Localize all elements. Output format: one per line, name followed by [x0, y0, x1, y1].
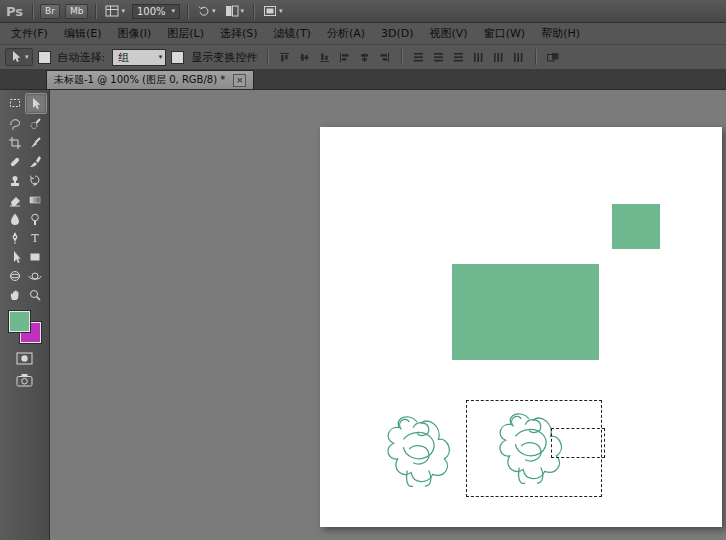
canvas-area[interactable] — [50, 90, 726, 540]
eyedropper-tool[interactable] — [25, 133, 45, 152]
large-green-rectangle[interactable] — [452, 264, 599, 360]
3d-rotate-tool[interactable] — [5, 266, 25, 285]
separator — [187, 4, 188, 19]
history-brush-tool[interactable] — [25, 171, 45, 190]
document-tab[interactable]: 未标题-1 @ 100% (图层 0, RGB/8) * × — [46, 70, 254, 89]
menu-item[interactable]: 文件(F) — [3, 23, 56, 44]
align-buttons-group — [276, 49, 393, 66]
lasso-tool[interactable] — [5, 114, 25, 133]
auto-select-target-dropdown[interactable]: 组 ▾ — [112, 49, 166, 66]
show-transform-label: 显示变换控件 — [191, 50, 257, 65]
chevron-down-icon: ▾ — [279, 8, 283, 15]
spot-healing-brush-tool[interactable] — [5, 152, 25, 171]
align-horizontal-centers-button[interactable] — [356, 49, 373, 66]
zoom-tool[interactable] — [25, 285, 45, 304]
quick-selection-tool[interactable] — [25, 114, 45, 133]
photoshop-logo: Ps — [6, 4, 25, 19]
menu-item[interactable]: 图层(L) — [159, 23, 212, 44]
view-extras-icon — [105, 5, 119, 17]
rotate-view-icon — [197, 5, 210, 17]
menu-bar: 文件(F)编辑(E)图像(I)图层(L)选择(S)滤镜(T)分析(A)3D(D)… — [0, 23, 726, 45]
dodge-tool[interactable] — [25, 209, 45, 228]
pen-tool[interactable] — [5, 228, 25, 247]
options-bar: ▾ 自动选择: 组 ▾ 显示变换控件 — [0, 45, 726, 70]
type-tool[interactable]: T — [25, 228, 45, 247]
screen-mode-button[interactable]: ▾ — [261, 4, 285, 18]
svg-text:T: T — [31, 232, 39, 245]
blur-tool[interactable] — [5, 209, 25, 228]
distribute-top-edges-button[interactable] — [410, 49, 427, 66]
align-right-edges-button[interactable] — [376, 49, 393, 66]
clone-stamp-tool[interactable] — [5, 171, 25, 190]
menu-item[interactable]: 编辑(E) — [56, 23, 110, 44]
small-green-square[interactable] — [612, 204, 660, 249]
color-swatches — [8, 310, 42, 344]
separator — [401, 49, 402, 65]
hand-tool[interactable] — [5, 285, 25, 304]
auto-select-target-value: 组 — [118, 50, 129, 65]
tool-panel: T — [0, 90, 50, 540]
distribute-buttons-group — [410, 49, 527, 66]
separator — [32, 4, 33, 19]
distribute-right-edges-button[interactable] — [510, 49, 527, 66]
crop-tool[interactable] — [5, 133, 25, 152]
auto-align-layers-button[interactable] — [544, 49, 561, 66]
distribute-bottom-edges-button[interactable] — [450, 49, 467, 66]
distribute-horizontal-centers-button[interactable] — [490, 49, 507, 66]
menu-item[interactable]: 滤镜(T) — [266, 23, 319, 44]
zoom-level-dropdown[interactable]: 100% ▾ — [132, 4, 180, 19]
application-bar: Ps Br Mb ▾ 100% ▾ ▾ ▾ ▾ — [0, 0, 726, 23]
show-transform-checkbox[interactable] — [171, 51, 184, 64]
chevron-down-icon: ▾ — [241, 8, 245, 15]
tool-preset-picker[interactable]: ▾ — [5, 48, 33, 66]
menu-item[interactable]: 3D(D) — [373, 24, 422, 43]
tab-close-icon[interactable]: × — [233, 74, 246, 87]
rotate-view-button[interactable]: ▾ — [195, 4, 218, 18]
chevron-down-icon: ▾ — [121, 8, 125, 15]
selection-marquee-small — [551, 428, 605, 458]
separator — [535, 49, 536, 65]
main-area: T — [0, 90, 726, 540]
menu-item[interactable]: 视图(V) — [422, 23, 476, 44]
launch-bridge-button[interactable]: Br — [40, 4, 60, 19]
chevron-down-icon: ▾ — [172, 8, 176, 15]
menu-item[interactable]: 帮助(H) — [533, 23, 588, 44]
photoshop-window: Ps Br Mb ▾ 100% ▾ ▾ ▾ ▾ 文件(F)编辑(E)图像(I)图… — [0, 0, 726, 540]
rectangle-shape-tool[interactable] — [25, 247, 45, 266]
separator — [95, 4, 96, 19]
path-selection-tool[interactable] — [5, 247, 25, 266]
menu-item[interactable]: 分析(A) — [319, 23, 373, 44]
distribute-vertical-centers-button[interactable] — [430, 49, 447, 66]
auto-select-label: 自动选择: — [58, 50, 106, 65]
move-tool-icon — [9, 50, 23, 64]
3d-orbit-tool[interactable] — [25, 266, 45, 285]
chevron-down-icon: ▾ — [159, 54, 163, 61]
chevron-down-icon: ▾ — [25, 54, 29, 61]
eraser-tool[interactable] — [5, 190, 25, 209]
separator — [253, 4, 254, 19]
launch-minibridge-button[interactable]: Mb — [65, 4, 88, 19]
document-canvas[interactable] — [320, 127, 722, 527]
camera-icon[interactable] — [12, 372, 38, 388]
align-vertical-centers-button[interactable] — [296, 49, 313, 66]
move-tool[interactable] — [25, 93, 47, 114]
quick-mask-icon[interactable] — [12, 350, 38, 366]
distribute-left-edges-button[interactable] — [470, 49, 487, 66]
menu-item[interactable]: 选择(S) — [212, 23, 266, 44]
auto-select-checkbox[interactable] — [38, 51, 51, 64]
separator — [267, 49, 268, 65]
align-top-edges-button[interactable] — [276, 49, 293, 66]
menu-item[interactable]: 图像(I) — [109, 23, 159, 44]
arrange-documents-button[interactable]: ▾ — [223, 4, 247, 18]
align-left-edges-button[interactable] — [336, 49, 353, 66]
sketch-figure-left[interactable] — [380, 410, 458, 498]
document-tab-bar: 未标题-1 @ 100% (图层 0, RGB/8) * × — [0, 70, 726, 90]
align-bottom-edges-button[interactable] — [316, 49, 333, 66]
gradient-tool[interactable] — [25, 190, 45, 209]
foreground-color-swatch[interactable] — [9, 311, 30, 332]
zoom-level-value: 100% — [137, 6, 166, 17]
view-extras-button[interactable]: ▾ — [103, 4, 127, 18]
brush-tool[interactable] — [25, 152, 45, 171]
rectangular-marquee-tool[interactable] — [5, 93, 25, 112]
menu-item[interactable]: 窗口(W) — [476, 23, 533, 44]
